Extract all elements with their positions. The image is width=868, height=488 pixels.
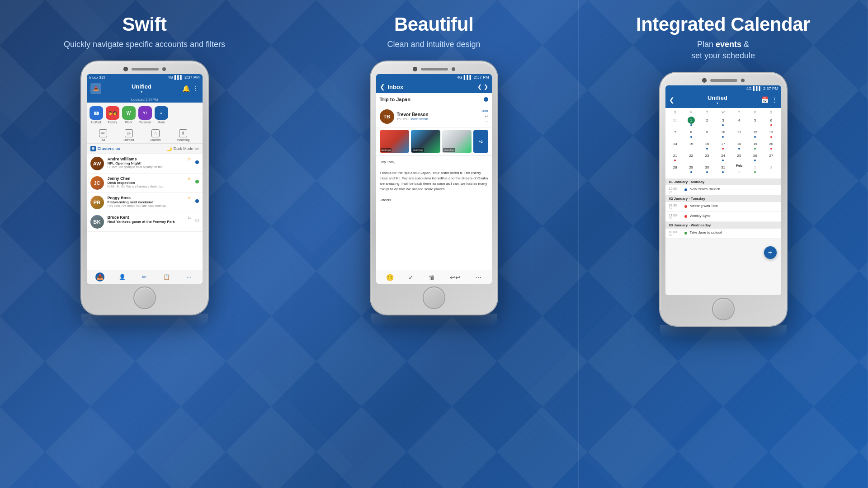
cal-day-29[interactable]: 29 [683,163,699,176]
cal-day-22[interactable]: 22 [683,151,699,162]
cal-day-20[interactable]: 20 [763,139,779,150]
prev-email-icon[interactable]: ❮ [477,84,482,90]
cal-day-21[interactable]: 21 [667,151,683,162]
cal-day-30[interactable]: 30 [699,163,715,176]
account-unified[interactable]: 📧 Unified [90,106,103,124]
phone-calendar-reflection [660,325,787,338]
carrier-2: 4G [457,75,462,80]
filter-all[interactable]: ✉ All [99,129,107,141]
avatar-jc: JC [90,176,104,190]
account-family[interactable]: 👨‍👩 Family [106,106,119,124]
cal-day-31-prev[interactable]: 31 [667,116,683,127]
cal-day-feb-2[interactable]: 2 [747,163,763,176]
cal-day-12[interactable]: 12 [747,127,763,139]
cal-week-1: 31 1 2 3 4 5 6 [667,116,779,127]
cal-day-23[interactable]: 23 [699,151,715,162]
cal-day-11[interactable]: 11 [731,127,747,139]
email-action-bar: 🙂 ✓ 🗑 ↩↩ ⋯ [376,271,492,284]
nav-contacts-icon[interactable]: 👤 [118,272,127,282]
cal-day-10[interactable]: 10 [715,127,731,139]
email-item-1[interactable]: JC Jenny Chen 6h Desk Inspection Hi Mr. … [87,174,203,193]
cal-day-9[interactable]: 9 [699,127,715,139]
cal-day-28[interactable]: 28 [667,163,683,176]
cal-view-icon[interactable]: 📅 [761,96,769,103]
home-button-2[interactable] [423,286,445,309]
cal-day-13[interactable]: 13 [763,127,779,139]
nav-more-icon[interactable]: ··· [184,272,193,282]
cal-back-icon[interactable]: ❮ [669,96,675,103]
image-thumb-city[interactable]: photo.jpg [380,130,409,153]
cal-day-6[interactable]: 6 [763,116,779,127]
more-action-icon[interactable]: ⋯ [475,274,481,281]
cal-day-4[interactable]: 4 [731,116,747,127]
cal-day-31[interactable]: 31 [715,163,731,176]
cal-day-14[interactable]: 14 [667,139,683,150]
more-icon[interactable]: ⋮ [193,85,199,92]
fab-add-button[interactable]: + [764,246,777,259]
image-thumb-town[interactable]: photo2.jpg [411,130,440,153]
cal-day-27[interactable]: 27 [763,151,779,162]
reply-all-action-icon[interactable]: ↩↩ [450,274,461,281]
cal-week-2: 7 8 9 10 11 12 1 [667,127,779,139]
cal-day-19[interactable]: 19 [747,139,763,150]
header-dropdown[interactable]: ▾ [132,90,151,94]
clusters-label: Clusters [98,146,114,151]
cal-day-2[interactable]: 2 [699,116,715,127]
cal-more-icon[interactable]: ⋮ [771,96,778,103]
filter-starred[interactable]: ☆ Starred [150,129,160,141]
nav-compose-icon[interactable]: ✏ [140,272,149,282]
email-dot-2 [195,199,199,203]
cal-day-17[interactable]: 17 [715,139,731,150]
cal-day-18[interactable]: 18 [731,139,747,150]
cal-day-24[interactable]: 24 [715,151,731,162]
signal-icon-2: ▌▌▌ [464,75,472,80]
reply-icon[interactable]: ↩ [485,114,488,119]
email-item-0[interactable]: AW Andre Williams 5h NFL Opening Night! … [87,154,203,174]
cal-day-26[interactable]: 26 [747,151,763,162]
more-details-link[interactable]: More Details [410,117,428,121]
cal-day-3[interactable]: 3 [715,116,731,127]
event-item-2[interactable]: 09:30 1h Meeting with Tom [665,202,781,212]
event-item-3[interactable]: 11:00 1h Weekly Sync [665,212,781,222]
delete-action-icon[interactable]: 🗑 [429,274,435,281]
cal-day-feb-3[interactable]: 3 [763,163,779,176]
email-dot-1 [195,180,199,183]
account-icon-row[interactable]: 📧 Unified 👨‍👩 Family W Work Y! Personal … [87,103,203,127]
cal-day-1-today[interactable]: 1 [683,116,699,127]
nav-inbox-icon[interactable]: 📥 [95,272,104,282]
filter-unread[interactable]: ◎ Unread [123,129,134,141]
next-email-icon[interactable]: ❯ [484,84,488,90]
cal-day-8[interactable]: 8 [683,127,699,139]
email-more-icon[interactable]: ⋯ [484,120,488,124]
home-button-3[interactable] [712,298,735,320]
phone-beautiful-bottom [376,286,492,309]
email-subject-3: Next Yankees game at the Fenway Park [108,220,192,224]
cal-day-16[interactable]: 16 [699,139,715,150]
nav-calendar-icon[interactable]: 📋 [162,272,171,282]
cal-day-7[interactable]: 7 [667,127,683,139]
clusters-button[interactable]: ⊞ Clusters On [90,146,120,151]
account-work[interactable]: W Work [122,106,136,124]
filter-incoming[interactable]: ⬇ Incoming [177,129,189,141]
check-action-icon[interactable]: ✓ [408,274,414,281]
dark-mode-button[interactable]: 🌙 Dark Mode off [166,146,199,151]
email-item-3[interactable]: BK Bruce Kent 1d Next Yankees game at th… [87,212,203,232]
email-preview-0: Hi Tom, I'm going to host a party for th… [108,165,192,169]
account-more[interactable]: + More [155,106,168,124]
image-thumb-extra[interactable]: +2 [473,130,488,153]
emoji-action-icon[interactable]: 🙂 [386,274,394,281]
event-item-4[interactable]: 08:00 1h Take Jane to school [665,229,781,239]
event-name-3: Weekly Sync [690,214,711,218]
camera-dot [123,67,128,71]
cal-day-5[interactable]: 5 [747,116,763,127]
cal-day-25[interactable]: 25 [731,151,747,162]
image-thumb-mountain[interactable]: photo3.jpg [442,130,472,153]
email-item-2[interactable]: PR Peggy Ross 8h Flatwarming next weeken… [87,193,203,212]
account-personal[interactable]: Y! Personal [138,106,152,124]
notification-icon[interactable]: 🔔 [182,85,190,92]
home-button[interactable] [133,286,156,309]
cal-day-15[interactable]: 15 [683,139,699,150]
back-chevron-icon[interactable]: ❮ [380,83,385,90]
event-item-1[interactable]: 10:00 1h New Year's Brunch [665,185,781,195]
phone-beautiful-screen: 4G ▌▌▌ 2:37 PM ❮ Inbox ❮ ❯ Trip to Japan… [376,74,492,284]
